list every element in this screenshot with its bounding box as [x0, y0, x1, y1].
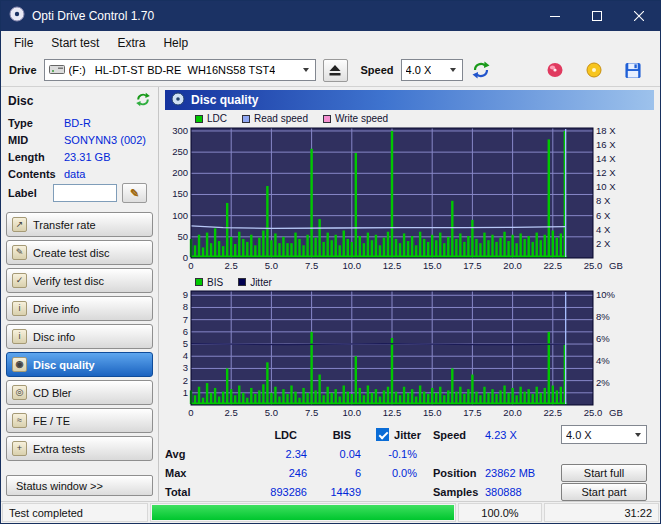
label-label: Label [8, 187, 48, 199]
toolbar-right-icons [544, 60, 652, 80]
sidebar: Disc Type BD-R MID SONYNN3 (002) [1, 87, 159, 501]
create-test-disc-icon: ✎ [12, 245, 27, 260]
svg-text:18 X: 18 X [596, 126, 616, 136]
disc-label-row: Label ✎ [6, 182, 153, 204]
contents-label: Contents [8, 168, 64, 180]
label-input[interactable] [53, 184, 117, 202]
speed-stat-value: 4.23 X [485, 429, 555, 441]
svg-text:17.5: 17.5 [463, 260, 482, 271]
titlebar[interactable]: Opti Drive Control 1.70 [1, 1, 660, 31]
panel-header: Disc quality [165, 90, 654, 110]
save-icon[interactable] [622, 60, 644, 80]
status-text: Test completed [2, 503, 148, 522]
speed-label: Speed [361, 64, 394, 76]
nav-label: FE / TE [33, 415, 70, 427]
nav-label: Disc quality [33, 359, 95, 371]
samples-stat-value: 380888 [485, 486, 555, 498]
drive-select[interactable]: (F:) HL-DT-ST BD-RE WH16NS58 TST4 [44, 59, 316, 81]
svg-text:15.0: 15.0 [423, 260, 442, 271]
bis-swatch [195, 278, 203, 286]
position-stat-label: Position [433, 467, 485, 479]
sidebar-item-verify-test-disc[interactable]: ✓ Verify test disc [6, 268, 153, 293]
svg-text:10.0: 10.0 [343, 260, 362, 271]
svg-text:5.0: 5.0 [265, 407, 278, 418]
ldc-chart: 0501001502002503002 X4 X6 X8 X10 X12 X14… [165, 126, 654, 274]
start-full-button[interactable]: Start full [561, 464, 647, 482]
edit-label-button[interactable]: ✎ [122, 183, 147, 203]
status-window-button[interactable]: Status window >> [6, 475, 153, 496]
cd-bler-icon: ◎ [12, 385, 27, 400]
nav-label: Create test disc [33, 247, 109, 259]
svg-text:2 X: 2 X [596, 237, 611, 248]
svg-text:2%: 2% [596, 377, 610, 388]
speed-select[interactable]: 4.0 X [401, 59, 463, 81]
panel-title: Disc quality [191, 93, 258, 107]
speed-combo-value: 4.0 X [566, 429, 592, 441]
menu-help[interactable]: Help [154, 33, 197, 53]
drive-info-icon: i [12, 301, 27, 316]
minimize-button[interactable] [534, 1, 576, 31]
sidebar-item-drive-info[interactable]: i Drive info [6, 296, 153, 321]
jitter-checkbox[interactable] [376, 428, 389, 441]
close-button[interactable] [618, 1, 660, 31]
legend-label: BIS [207, 277, 223, 288]
sidebar-item-extra-tests[interactable]: + Extra tests [6, 436, 153, 461]
svg-text:100: 100 [172, 209, 188, 220]
nav-label: Extra tests [33, 443, 85, 455]
svg-text:20.0: 20.0 [503, 407, 521, 418]
nav-label: CD Bler [33, 387, 72, 399]
menu-extra[interactable]: Extra [108, 33, 154, 53]
svg-text:0: 0 [188, 260, 193, 271]
sidebar-item-cd-bler[interactable]: ◎ CD Bler [6, 380, 153, 405]
svg-text:4 X: 4 X [596, 223, 611, 234]
svg-text:2.5: 2.5 [225, 260, 238, 271]
svg-text:6: 6 [183, 326, 188, 337]
legend-top: LDC Read speed Write speed [165, 112, 654, 126]
samples-stat-label: Samples [433, 486, 485, 498]
drive-value: (F:) HL-DT-ST BD-RE WH16NS58 TST4 [69, 64, 276, 76]
svg-text:22.5: 22.5 [544, 407, 563, 418]
eject-button[interactable] [323, 59, 348, 82]
svg-text:8%: 8% [596, 311, 610, 322]
menu-start-test[interactable]: Start test [42, 33, 108, 53]
erase-disc-icon[interactable] [544, 60, 566, 80]
nav-label: Transfer rate [33, 219, 96, 231]
svg-text:0: 0 [183, 252, 188, 263]
bis-column-header: BIS [313, 429, 367, 441]
start-part-button[interactable]: Start part [561, 483, 647, 501]
svg-text:10%: 10% [596, 289, 616, 300]
menu-file[interactable]: File [5, 33, 42, 53]
bis-chart: 1234567892%4%6%8%10%02.55.07.510.012.515… [165, 289, 654, 421]
burn-disc-icon[interactable] [583, 60, 605, 80]
refresh-speeds-icon[interactable] [470, 60, 492, 80]
speed-stat-label: Speed [433, 429, 485, 441]
legend-label: Write speed [335, 113, 388, 124]
speed-select-bottom[interactable]: 4.0 X [561, 425, 647, 444]
disc-length-row: Length 23.31 GB [6, 148, 153, 165]
length-label: Length [8, 151, 64, 163]
legend-jitter: Jitter [238, 277, 272, 288]
sidebar-item-disc-quality[interactable]: ◉ Disc quality [6, 352, 153, 377]
refresh-disc-icon[interactable] [135, 92, 151, 110]
jitter-max: 0.0% [367, 467, 423, 479]
chevron-down-icon [445, 60, 462, 80]
svg-text:7: 7 [183, 314, 188, 325]
disc-quality-icon: ◉ [12, 357, 27, 372]
bis-max: 6 [313, 467, 367, 479]
legend-label: Read speed [254, 113, 308, 124]
sidebar-item-disc-info[interactable]: i Disc info [6, 324, 153, 349]
maximize-button[interactable] [576, 1, 618, 31]
ldc-max: 246 [201, 467, 313, 479]
sidebar-item-create-test-disc[interactable]: ✎ Create test disc [6, 240, 153, 265]
jitter-avg: -0.1% [367, 448, 423, 460]
sidebar-item-fe-te[interactable]: ≈ FE / TE [6, 408, 153, 433]
disc-mid-row: MID SONYNN3 (002) [6, 131, 153, 148]
nav-label: Verify test disc [33, 275, 104, 287]
disc-quality-icon [171, 92, 185, 109]
window-title: Opti Drive Control 1.70 [32, 9, 154, 23]
svg-text:15.0: 15.0 [423, 407, 442, 418]
legend-bis: BIS [195, 277, 223, 288]
svg-text:50: 50 [177, 230, 188, 241]
mid-value: SONYNN3 (002) [64, 134, 146, 146]
sidebar-item-transfer-rate[interactable]: ↗ Transfer rate [6, 212, 153, 237]
